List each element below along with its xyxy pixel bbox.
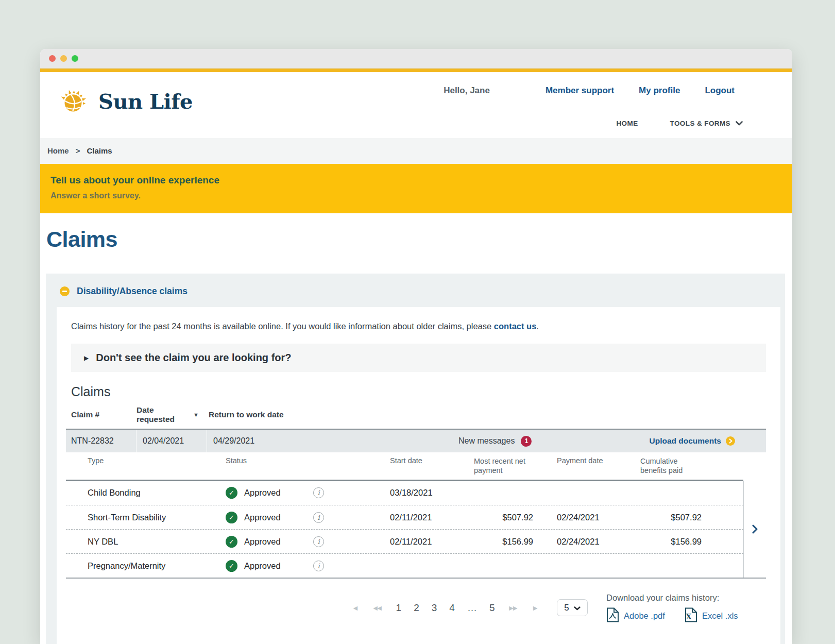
breadcrumb: Home > Claims (40, 138, 792, 164)
info-icon[interactable]: i (313, 512, 324, 523)
chevron-down-icon (736, 120, 743, 127)
sort-desc-icon[interactable]: ▼ (193, 412, 209, 418)
col-net-payment: Most recent net payment (473, 456, 533, 475)
survey-banner-title: Tell us about your online experience (50, 175, 792, 186)
col-payment-date: Payment date (533, 456, 627, 465)
nav-tools-forms[interactable]: TOOLS & FORMS (670, 120, 743, 127)
approved-check-icon: ✓ (226, 487, 237, 499)
approved-check-icon: ✓ (226, 512, 237, 523)
window-titlebar (40, 49, 792, 69)
table-bottom-border (66, 578, 766, 579)
nav-home[interactable]: HOME (616, 120, 638, 127)
col-cumulative: Cumulative benefits paid (627, 456, 702, 475)
download-pdf-link[interactable]: Adobe .pdf (606, 607, 665, 624)
main-content: Claims Disability/Absence claims Claims … (40, 213, 792, 644)
info-icon[interactable]: i (313, 487, 324, 498)
info-icon[interactable]: i (313, 561, 324, 571)
col-date-requested[interactable]: Date requested (137, 405, 193, 424)
survey-link[interactable]: Answer a short survey. (50, 191, 792, 200)
table-row-short-term-disability: Short-Term Disability ✓ Approved i 02/11… (66, 505, 743, 529)
col-type: Type (66, 456, 226, 465)
claim-summary-row: NTN-22832 02/04/2021 04/29/2021 New mess… (66, 429, 766, 452)
expand-claim-chevron[interactable] (743, 481, 766, 578)
member-support-link[interactable]: Member support (546, 86, 614, 96)
return-to-work-date: 04/29/2021 (207, 430, 339, 452)
accordion-header[interactable]: Disability/Absence claims (46, 274, 785, 307)
page-1[interactable]: 1 (396, 602, 402, 614)
table-row-child-bonding: Child Bonding ✓ Approved i 03/18/2021 (66, 481, 743, 505)
claim-number: NTN-22832 (66, 430, 137, 452)
logout-link[interactable]: Logout (705, 86, 735, 96)
col-return-to-work: Return to work date (209, 410, 766, 419)
page-3[interactable]: 3 (432, 602, 437, 614)
missing-claim-expander[interactable]: ▶ Don't see the claim you are looking fo… (71, 344, 766, 372)
excel-file-icon: X (685, 607, 697, 624)
new-messages-badge: 1 (521, 436, 532, 447)
info-icon[interactable]: i (313, 536, 324, 547)
pdf-file-icon (606, 607, 619, 624)
collapse-icon[interactable] (60, 286, 70, 296)
sunlife-logo[interactable]: Sun Life (59, 84, 193, 117)
user-greeting: Hello, Jane (444, 86, 490, 96)
disability-claims-panel: Disability/Absence claims Claims history… (46, 274, 785, 644)
date-requested: 02/04/2021 (137, 430, 207, 452)
brand-accent-bar (40, 69, 792, 72)
claims-table: Claim # Date requested ▼ Return to work … (66, 399, 766, 624)
logo-wordmark: Sun Life (98, 89, 193, 113)
page-title: Claims (40, 213, 792, 252)
page-ellipsis: … (467, 602, 477, 614)
window-minimize-button[interactable] (60, 55, 67, 62)
pagination: ◄ ◄◄ 1 2 3 4 … 5 ►► ► (352, 593, 588, 616)
survey-banner: Tell us about your online experience Ans… (40, 164, 792, 213)
claims-card: Claims history for the past 24 months is… (57, 307, 780, 644)
page-size-select[interactable]: 5 (557, 599, 588, 616)
sun-globe-icon (59, 84, 92, 117)
page-5[interactable]: 5 (489, 602, 495, 614)
claims-table-heading: Claims (71, 384, 766, 399)
col-start-date: Start date (390, 456, 473, 465)
expander-arrow-icon: ▶ (84, 354, 89, 362)
svg-text:X: X (686, 613, 691, 621)
summary-header-row: Claim # Date requested ▼ Return to work … (66, 399, 766, 429)
claims-history-note: Claims history for the past 24 months is… (71, 321, 766, 331)
breadcrumb-home[interactable]: Home (47, 146, 69, 164)
download-section: Download your claims history: (606, 593, 738, 624)
upload-chevron-icon (726, 436, 735, 446)
select-chevron-icon (574, 603, 581, 613)
new-messages-link[interactable]: New messages 1 (458, 430, 532, 452)
site-header: Sun Life Hello, Jane Member support My p… (40, 72, 792, 138)
breadcrumb-separator: > (76, 146, 80, 164)
pagination-fast-prev-icon[interactable]: ◄◄ (372, 604, 383, 612)
upload-documents-link[interactable]: Upload documents (649, 430, 735, 452)
accordion-title: Disability/Absence claims (77, 286, 188, 297)
breadcrumb-current: Claims (87, 146, 112, 164)
pagination-next-icon[interactable]: ► (532, 604, 539, 612)
col-status: Status (226, 456, 313, 465)
pagination-fast-next-icon[interactable]: ►► (507, 604, 519, 612)
download-label: Download your claims history: (606, 593, 738, 603)
table-footer: ◄ ◄◄ 1 2 3 4 … 5 ►► ► (61, 593, 766, 624)
table-row-ny-dbl: NY DBL ✓ Approved i 02/11/2021 $156.99 0… (66, 529, 743, 553)
approved-check-icon: ✓ (226, 536, 237, 548)
download-excel-link[interactable]: X Excel .xls (685, 607, 738, 624)
pagination-prev-icon[interactable]: ◄ (352, 604, 359, 612)
browser-window: Sun Life Hello, Jane Member support My p… (40, 49, 792, 644)
approved-check-icon: ✓ (226, 560, 237, 572)
my-profile-link[interactable]: My profile (639, 86, 680, 96)
table-row-pregnancy-maternity: Pregnancy/Maternity ✓ Approved i (66, 553, 743, 578)
page-4[interactable]: 4 (449, 602, 455, 614)
window-zoom-button[interactable] (72, 55, 78, 62)
detail-rows: Child Bonding ✓ Approved i 03/18/2021 (66, 481, 766, 578)
detail-header-row: Type Status Start date Most recent net p… (66, 452, 743, 481)
window-close-button[interactable] (49, 55, 56, 62)
page-2[interactable]: 2 (414, 602, 419, 614)
contact-us-link[interactable]: contact us (494, 321, 537, 331)
col-claim-number: Claim # (66, 410, 137, 419)
